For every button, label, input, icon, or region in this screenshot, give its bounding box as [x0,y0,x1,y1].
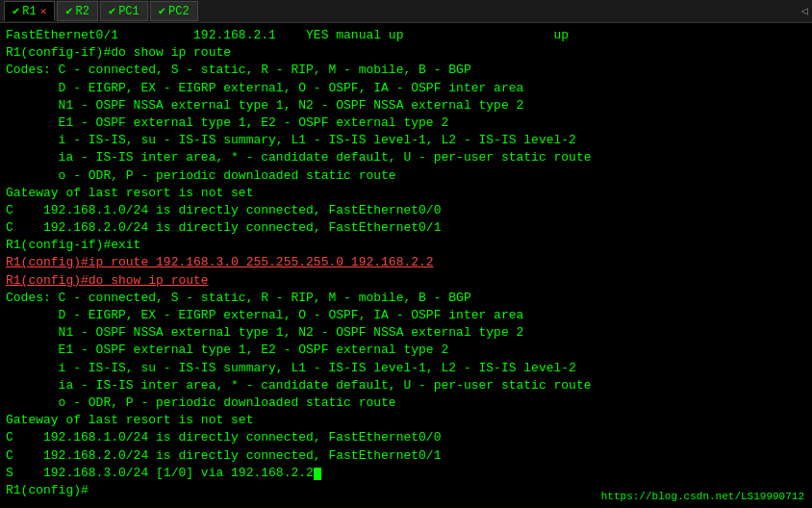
tab-R2-check: ✔ [65,4,72,18]
terminal-line: C 192.168.2.0/24 is directly connected, … [6,447,806,465]
watermark: https://blog.csdn.net/LS19990712 [601,491,804,502]
terminal-cursor [314,468,321,480]
terminal-line: D - EIGRP, EX - EIGRP external, O - OSPF… [6,80,806,97]
tab-R2[interactable]: ✔ R2 [57,1,98,21]
terminal-content[interactable]: FastEthernet0/1 192.168.2.1 YES manual u… [0,23,812,508]
terminal-window: ✔ R1 ✕ ✔ R2 ✔ PC1 ✔ PC2 ◁ FastEthernet0/… [0,0,812,508]
terminal-line: Codes: C - connected, S - static, R - RI… [6,290,806,307]
terminal-line: E1 - OSPF external type 1, E2 - OSPF ext… [6,114,806,132]
tab-PC2[interactable]: ✔ PC2 [150,1,198,21]
terminal-line: R1(config-if)#do show ip route [6,44,806,62]
terminal-line: ia - IS-IS inter area, * - candidate def… [6,149,806,166]
terminal-line: i - IS-IS, su - IS-IS summary, L1 - IS-I… [6,132,806,149]
terminal-line: Gateway of last resort is not set [6,185,806,202]
tab-PC2-label: PC2 [168,5,190,18]
tab-R2-label: R2 [76,5,89,18]
terminal-line: ia - IS-IS inter area, * - candidate def… [6,377,806,394]
terminal-line: o - ODR, P - periodic downloaded static … [6,394,806,412]
tab-bar: ✔ R1 ✕ ✔ R2 ✔ PC1 ✔ PC2 ◁ [0,0,812,23]
tab-PC1-check: ✔ [109,4,115,18]
tab-R1-check: ✔ [13,4,19,18]
tab-R1[interactable]: ✔ R1 ✕ [4,1,55,21]
tab-R1-close[interactable]: ✕ [40,5,47,17]
tab-PC2-check: ✔ [159,4,165,18]
terminal-line: FastEthernet0/1 192.168.2.1 YES manual u… [6,27,806,44]
terminal-line: R1(config-if)#exit [6,237,806,254]
tab-PC1-label: PC1 [118,5,140,18]
terminal-line: i - IS-IS, su - IS-IS summary, L1 - IS-I… [6,360,806,377]
tab-arrow: ◁ [801,4,808,18]
tab-R1-label: R1 [22,5,36,18]
terminal-line: o - ODR, P - periodic downloaded static … [6,167,806,185]
terminal-line: C 192.168.2.0/24 is directly connected, … [6,219,806,237]
terminal-line: Codes: C - connected, S - static, R - RI… [6,62,806,79]
terminal-line: N1 - OSPF NSSA external type 1, N2 - OSP… [6,97,806,114]
terminal-line: E1 - OSPF external type 1, E2 - OSPF ext… [6,342,806,359]
terminal-line: S 192.168.3.0/24 [1/0] via 192.168.2.2 [6,465,806,482]
terminal-line: Gateway of last resort is not set [6,412,806,429]
terminal-line: C 192.168.1.0/24 is directly connected, … [6,429,806,446]
terminal-line: R1(config)#do show ip route [6,272,806,290]
terminal-line: R1(config)#ip route 192.168.3.0 255.255.… [6,254,806,271]
tab-PC1[interactable]: ✔ PC1 [100,1,148,21]
terminal-line: N1 - OSPF NSSA external type 1, N2 - OSP… [6,324,806,342]
terminal-line: D - EIGRP, EX - EIGRP external, O - OSPF… [6,307,806,324]
terminal-line: C 192.168.1.0/24 is directly connected, … [6,202,806,219]
